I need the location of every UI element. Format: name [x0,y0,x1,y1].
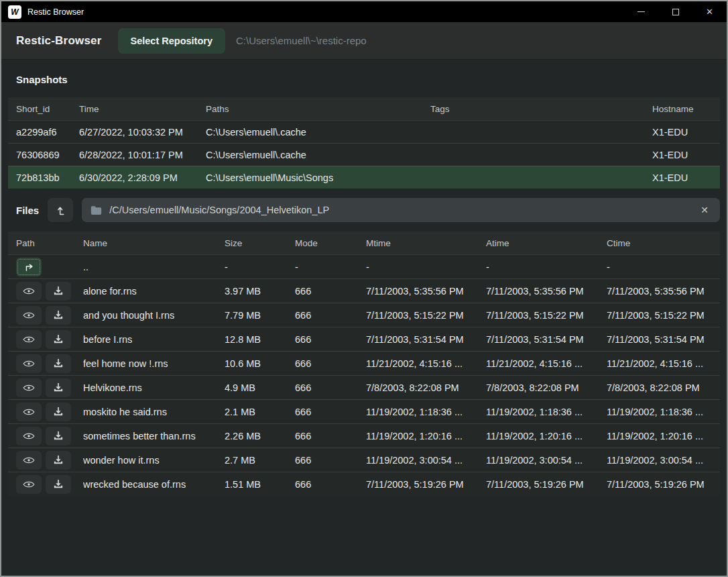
preview-file-button[interactable] [16,330,42,349]
snapshot-row[interactable]: 72b813bb 6/30/2022, 2:28:09 PM C:\Users\… [8,166,720,189]
column-header-mode[interactable]: Mode [295,238,366,248]
file-row[interactable]: and you thought I.rns 7.79 MB 666 7/11/2… [8,303,720,327]
preview-file-button[interactable] [16,354,42,373]
download-file-button[interactable] [46,403,71,421]
preview-file-button[interactable] [16,378,42,397]
file-name: before I.rns [83,334,225,345]
download-icon [53,286,64,296]
file-atime: 7/8/2003, 8:22:08 PM [486,382,607,393]
download-file-button[interactable] [46,282,71,301]
file-mtime: 11/21/2002, 4:15:16 ... [366,358,486,369]
file-row[interactable]: moskito he said.rns 2.1 MB 666 11/19/200… [8,399,720,423]
column-header-hostname[interactable]: Hostname [652,104,712,114]
close-button[interactable]: ✕ [692,1,727,22]
column-header-tags[interactable]: Tags [430,104,652,114]
column-header-size[interactable]: Size [225,238,295,248]
go-to-root-button[interactable] [48,198,73,222]
files-path-bar[interactable]: /C/Users/emuell/Music/Songs/2004_Helveti… [82,198,720,222]
file-row[interactable]: wrecked because of.rns 1.51 MB 666 7/11/… [8,472,720,496]
files-path-input[interactable]: /C/Users/emuell/Music/Songs/2004_Helveti… [109,205,690,215]
snapshots-table-body: a2299af6 6/27/2022, 10:03:32 PM C:\Users… [8,120,720,189]
select-repository-button[interactable]: Select Repository [118,28,226,54]
file-atime: 11/21/2002, 4:15:16 ... [486,358,607,369]
file-ctime: 11/19/2002, 3:00:54 ... [607,455,712,466]
snapshot-row[interactable]: a2299af6 6/27/2022, 10:03:32 PM C:\Users… [8,120,720,143]
snapshot-hostname: X1-EDU [652,150,712,160]
file-atime: 7/11/2003, 5:15:22 PM [486,310,607,321]
file-atime: 7/11/2003, 5:19:26 PM [486,479,607,490]
file-mode: 666 [295,310,366,321]
file-mtime: 11/19/2002, 1:18:36 ... [366,407,486,417]
snapshots-heading: Snapshots [16,74,68,85]
go-parent-directory-button[interactable] [16,258,42,276]
file-row[interactable]: Helvikone.rns 4.9 MB 666 7/8/2003, 8:22:… [8,375,720,399]
file-name: and you thought I.rns [83,310,225,321]
file-mtime: 7/11/2003, 5:31:54 PM [366,334,486,345]
maximize-button[interactable] [658,1,692,22]
preview-file-button[interactable] [16,451,42,470]
eye-icon [23,359,35,368]
level-up-icon [55,205,66,216]
download-icon [53,431,64,441]
wails-app-icon: W [8,5,21,19]
snapshot-row[interactable]: 76306869 6/28/2022, 10:01:17 PM C:\Users… [8,143,720,166]
file-row[interactable]: alone for.rns 3.97 MB 666 7/11/2003, 5:3… [8,278,720,303]
file-atime: - [486,262,607,272]
file-mode: - [295,262,366,272]
column-header-paths[interactable]: Paths [206,104,430,114]
column-header-name[interactable]: Name [83,238,225,248]
column-header-time[interactable]: Time [79,104,206,114]
file-row[interactable]: before I.rns 12.8 MB 666 7/11/2003, 5:31… [8,327,720,351]
file-mtime: 7/11/2003, 5:19:26 PM [366,479,486,490]
file-row[interactable]: wonder how it.rns 2.7 MB 666 11/19/2002,… [8,448,720,472]
snapshot-hostname: X1-EDU [652,172,712,183]
file-mtime: 11/19/2002, 3:00:54 ... [366,455,486,466]
file-size: 2.26 MB [225,431,295,441]
download-file-button[interactable] [46,378,71,397]
snapshot-time: 6/30/2022, 2:28:09 PM [79,172,206,183]
snapshot-paths: C:\Users\emuell\Music\Songs [206,172,430,183]
minimize-icon [638,11,645,12]
page-title: Restic-Browser [16,34,102,48]
file-name: feel home now !.rns [83,358,225,369]
file-name: wonder how it.rns [83,455,225,466]
download-file-button[interactable] [46,451,71,470]
preview-file-button[interactable] [16,306,42,325]
file-size: 1.51 MB [225,479,295,490]
maximize-icon [672,9,679,15]
download-file-button[interactable] [46,330,71,349]
snapshot-time: 6/27/2022, 10:03:32 PM [79,127,206,138]
preview-file-button[interactable] [16,282,42,301]
file-row[interactable]: feel home now !.rns 10.6 MB 666 11/21/20… [8,351,720,375]
download-icon [53,382,64,392]
preview-file-button[interactable] [16,427,42,445]
file-ctime: 7/8/2003, 8:22:08 PM [607,382,712,393]
download-file-button[interactable] [46,306,71,325]
file-mode: 666 [295,286,366,297]
file-mode: 666 [295,334,366,345]
eye-icon [23,335,35,344]
file-size: 12.8 MB [225,334,295,345]
preview-file-button[interactable] [16,475,42,494]
preview-file-button[interactable] [16,403,42,421]
file-mtime: - [366,262,486,272]
clear-path-button[interactable]: ✕ [698,203,711,217]
download-file-button[interactable] [46,427,71,445]
folder-icon [90,205,102,215]
file-row[interactable]: sometimes better than.rns 2.26 MB 666 11… [8,423,720,448]
column-header-path[interactable]: Path [16,238,83,248]
column-header-short-id[interactable]: Short_id [16,104,79,114]
download-file-button[interactable] [46,354,71,373]
column-header-atime[interactable]: Atime [486,238,607,248]
column-header-ctime[interactable]: Ctime [607,238,712,248]
file-mtime: 11/19/2002, 1:20:16 ... [366,431,486,441]
file-mode: 666 [295,479,366,490]
column-header-mtime[interactable]: Mtime [366,238,486,248]
file-size: - [225,262,295,272]
file-mtime: 7/8/2003, 8:22:08 PM [366,382,486,393]
file-atime: 7/11/2003, 5:31:54 PM [486,334,607,345]
download-file-button[interactable] [46,475,71,494]
file-mtime: 7/11/2003, 5:15:22 PM [366,310,486,321]
minimize-button[interactable] [624,1,658,22]
file-ctime: 7/11/2003, 5:31:54 PM [607,334,712,345]
